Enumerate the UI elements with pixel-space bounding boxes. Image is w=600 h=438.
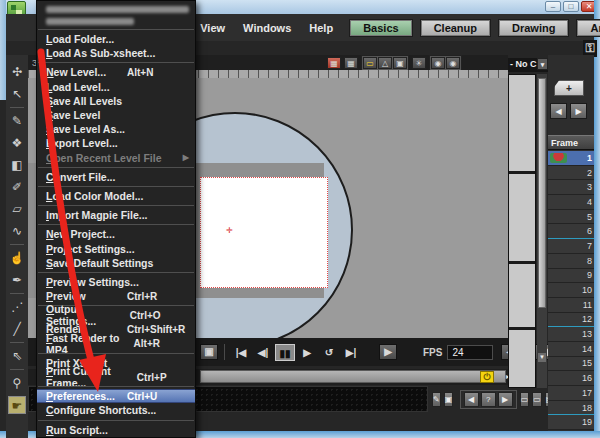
- level-strip-dropdown[interactable]: ▾: [537, 58, 548, 70]
- room-tab-basics[interactable]: Basics: [350, 20, 411, 36]
- animate-tool[interactable]: ✣: [8, 63, 26, 81]
- freeze-icon[interactable]: ✳: [412, 57, 426, 69]
- edit-level-button[interactable]: ✎: [432, 392, 441, 407]
- frame-row[interactable]: 5: [548, 210, 594, 225]
- file-menu-item-load-color-model[interactable]: Load Color Model...: [37, 189, 195, 203]
- 3d-view-icon[interactable]: △: [378, 57, 392, 69]
- field-guide-icon[interactable]: ▦: [344, 57, 358, 69]
- scrollbar-thumb[interactable]: [538, 78, 546, 308]
- frame-row[interactable]: 14: [548, 342, 594, 357]
- room-tab-animation[interactable]: Animation: [577, 20, 600, 36]
- file-menu-item-print-current-frame[interactable]: Print Current Frame...Ctrl+P: [37, 370, 195, 384]
- frame-row[interactable]: 10: [548, 283, 594, 298]
- frame-row[interactable]: 8: [548, 254, 594, 269]
- level-strip-body[interactable]: [508, 74, 536, 388]
- rgb-picker-tool[interactable]: ✒: [8, 271, 26, 289]
- paint-brush-tool[interactable]: ✐: [8, 178, 26, 196]
- prev-level-button[interactable]: ◀: [464, 392, 479, 407]
- file-menu-item-run-script[interactable]: Run Script...: [37, 423, 195, 437]
- tape-tool[interactable]: ∿: [8, 222, 26, 240]
- frame-row[interactable]: 9: [548, 269, 594, 284]
- new-raster-level-button[interactable]: ▭: [520, 392, 530, 407]
- file-menu-item-preview[interactable]: PreviewCtrl+R: [37, 289, 195, 303]
- frame-row[interactable]: 18: [548, 401, 594, 416]
- file-menu-item-save-level-as[interactable]: Save Level As...: [37, 122, 195, 136]
- loop-button[interactable]: ↺: [319, 344, 339, 361]
- pause-button[interactable]: ▮▮: [275, 344, 295, 361]
- tracker-tool[interactable]: ⇖: [8, 347, 26, 365]
- fps-field[interactable]: 24: [447, 345, 493, 360]
- xsheet-arrow-next[interactable]: ▶: [570, 103, 587, 119]
- help-button[interactable]: ?: [481, 392, 496, 407]
- room-tab-drawing[interactable]: Drawing: [499, 20, 568, 36]
- file-menu-item-open-recent-level-file[interactable]: Open Recent Level File▶: [37, 151, 195, 165]
- menubar-item-view[interactable]: View: [191, 22, 234, 34]
- level-strip-scrollbar[interactable]: ▼: [537, 74, 547, 388]
- hand-tool[interactable]: ☛: [8, 396, 26, 414]
- file-menu-item-new-level[interactable]: New Level...Alt+N: [37, 65, 195, 79]
- frame-row[interactable]: 17: [548, 386, 594, 401]
- eraser-tool[interactable]: ▱: [8, 200, 26, 218]
- next-frame-button[interactable]: ▶|: [341, 344, 361, 361]
- file-menu-item-blurred[interactable]: [37, 3, 195, 15]
- zoom-tool[interactable]: ⚲: [8, 374, 26, 392]
- camera-view-icon[interactable]: ▭: [363, 57, 377, 69]
- frame-row[interactable]: 13: [548, 327, 594, 342]
- fill-tool[interactable]: ◧: [8, 156, 26, 174]
- auto-render-power-button[interactable]: ⏻: [480, 371, 494, 383]
- new-xsheet-tab-button[interactable]: +: [554, 80, 584, 96]
- frame-row[interactable]: 15: [548, 357, 594, 372]
- maximize-button[interactable]: □: [563, 1, 579, 12]
- selection-tool[interactable]: ↖: [8, 85, 26, 103]
- brush-tool[interactable]: ✎: [8, 112, 26, 130]
- control-point-editor-tool[interactable]: ⋰: [8, 298, 26, 316]
- file-menu-item-output-settings[interactable]: Output Settings...Ctrl+O: [37, 308, 195, 322]
- safe-area-icon[interactable]: ▦: [327, 57, 341, 69]
- file-menu-item-export-level[interactable]: Export Level...: [37, 136, 195, 150]
- camera-stand-view-icon[interactable]: ▣: [393, 57, 407, 69]
- geometric-tool[interactable]: ❖: [8, 134, 26, 152]
- xsheet-arrow-prev[interactable]: ◀: [550, 103, 567, 119]
- prev-frame-button[interactable]: ◀|: [253, 344, 273, 361]
- file-menu-item-configure-shortcuts[interactable]: Configure Shortcuts...: [37, 403, 195, 417]
- menubar-item-windows[interactable]: Windows: [234, 22, 300, 34]
- frame-row[interactable]: 3: [548, 180, 594, 195]
- play-button[interactable]: ▶: [297, 344, 317, 361]
- room-tab-cleanup[interactable]: Cleanup: [421, 20, 490, 36]
- frame-row[interactable]: 12: [548, 313, 594, 328]
- file-menu-item-save-default-settings[interactable]: Save Default Settings: [37, 256, 195, 270]
- next-level-button[interactable]: ▶: [498, 392, 513, 407]
- frame-row[interactable]: 7: [548, 239, 594, 254]
- file-menu-item-save-level[interactable]: Save Level: [37, 108, 195, 122]
- new-vector-level-button[interactable]: ▭: [532, 392, 542, 407]
- ruler-tool[interactable]: ╱: [8, 320, 26, 338]
- sub-camera-preview-icon[interactable]: ◉: [446, 57, 460, 69]
- file-menu-item-new-project[interactable]: New Project...: [37, 227, 195, 241]
- file-menu-item-import-magpie-file[interactable]: Import Magpie File...: [37, 208, 195, 222]
- preview-icon[interactable]: ◉: [431, 57, 445, 69]
- expand-button[interactable]: ▶: [379, 344, 397, 360]
- scrollbar-down-icon[interactable]: ▼: [538, 353, 546, 362]
- file-menu-item-project-settings[interactable]: Project Settings...: [37, 241, 195, 255]
- sub-camera-toggle-button[interactable]: ▣: [200, 344, 218, 360]
- frame-row[interactable]: 2: [548, 166, 594, 181]
- file-menu-item-preview-settings[interactable]: Preview Settings...: [37, 275, 195, 289]
- save-level-button[interactable]: ▣: [444, 392, 454, 407]
- frame-row[interactable]: 11: [548, 298, 594, 313]
- minimize-button[interactable]: –: [545, 1, 561, 12]
- frame-row[interactable]: 19: [548, 415, 594, 430]
- frame-row[interactable]: 6: [548, 224, 594, 239]
- file-menu-item-load-level[interactable]: Load Level...: [37, 80, 195, 94]
- file-menu-item-load-folder[interactable]: Load Folder...: [37, 32, 195, 46]
- first-frame-button[interactable]: |◀: [231, 344, 251, 361]
- file-menu-item-save-all-levels[interactable]: Save All Levels: [37, 94, 195, 108]
- frame-row[interactable]: 4: [548, 195, 594, 210]
- file-menu-item-convert-file[interactable]: Convert File...: [37, 170, 195, 184]
- frame-row[interactable]: 16: [548, 371, 594, 386]
- frame-slider-track[interactable]: [200, 370, 506, 383]
- style-picker-tool[interactable]: ☝: [8, 249, 26, 267]
- file-menu-item-preferences[interactable]: Preferences...Ctrl+U: [37, 389, 195, 403]
- file-menu-item-blurred[interactable]: [37, 15, 195, 27]
- menubar-item-help[interactable]: Help: [300, 22, 342, 34]
- file-menu-item-fast-render-to-mp4[interactable]: Fast Render to MP4Alt+R: [37, 337, 195, 351]
